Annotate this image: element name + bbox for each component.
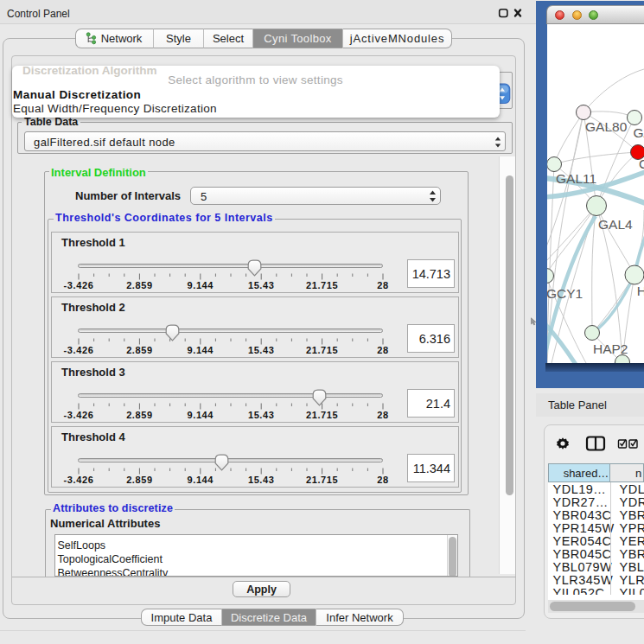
svg-text:GAL80: GAL80	[585, 119, 628, 134]
svg-text:HAP2: HAP2	[593, 341, 628, 356]
svg-text:GAL11: GAL11	[556, 171, 596, 186]
svg-text:GCY1: GCY1	[547, 286, 583, 301]
svg-text:HA: HA	[637, 284, 644, 298]
svg-text:GA: GA	[634, 125, 644, 140]
svg-text:GAL4: GAL4	[598, 217, 633, 232]
svg-text:CD: CD	[639, 156, 644, 171]
